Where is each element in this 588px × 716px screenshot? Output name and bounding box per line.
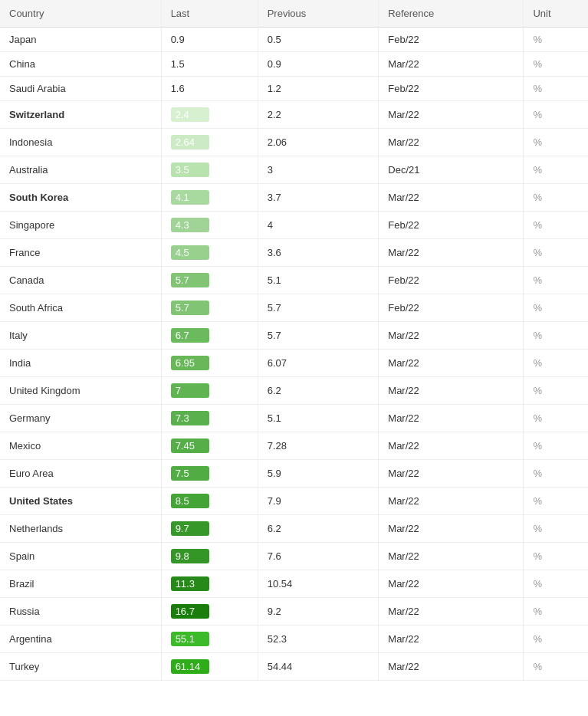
previous-cell: 7.9 <box>258 488 379 515</box>
unit-cell: % <box>524 515 588 543</box>
country-cell: Russia <box>0 598 161 626</box>
country-cell: South Korea <box>0 184 161 212</box>
unit-cell: % <box>524 488 588 515</box>
last-cell: 8.5 <box>161 488 258 515</box>
table-row: Mexico7.457.28Mar/22% <box>0 432 588 460</box>
unit-cell: % <box>524 156 588 184</box>
previous-cell: 5.7 <box>258 294 379 322</box>
country-cell: Indonesia <box>0 129 161 156</box>
last-cell: 4.3 <box>161 212 258 239</box>
unit-cell: % <box>524 350 588 377</box>
table-row: United Kingdom76.2Mar/22% <box>0 377 588 405</box>
last-cell: 0.9 <box>161 28 258 52</box>
last-cell: 1.6 <box>161 77 258 101</box>
previous-cell: 5.7 <box>258 322 379 350</box>
last-cell: 6.95 <box>161 350 258 377</box>
unit-cell: % <box>524 598 588 626</box>
previous-cell: 1.2 <box>258 77 379 101</box>
reference-cell: Mar/22 <box>379 543 524 570</box>
last-cell: 2.4 <box>161 101 258 129</box>
table-row: United States8.57.9Mar/22% <box>0 488 588 515</box>
previous-cell: 5.1 <box>258 267 379 294</box>
country-cell: United States <box>0 488 161 515</box>
last-cell: 55.1 <box>161 626 258 653</box>
last-cell: 9.8 <box>161 543 258 570</box>
country-cell: South Africa <box>0 294 161 322</box>
table-row: South Korea4.13.7Mar/22% <box>0 184 588 212</box>
reference-cell: Mar/22 <box>379 129 524 156</box>
unit-cell: % <box>524 543 588 570</box>
inflation-table: Country Last Previous Reference Unit Jap… <box>0 0 588 681</box>
unit-cell: % <box>524 239 588 267</box>
last-cell: 7.5 <box>161 460 258 488</box>
previous-cell: 3.6 <box>258 239 379 267</box>
previous-cell: 5.1 <box>258 405 379 432</box>
last-cell: 11.3 <box>161 570 258 598</box>
previous-cell: 6.2 <box>258 377 379 405</box>
table-row: Australia3.53Dec/21% <box>0 156 588 184</box>
header-last: Last <box>161 0 258 28</box>
table-row: Singapore4.34Feb/22% <box>0 212 588 239</box>
reference-cell: Feb/22 <box>379 294 524 322</box>
last-cell: 4.5 <box>161 239 258 267</box>
unit-cell: % <box>524 626 588 653</box>
country-cell: China <box>0 52 161 77</box>
unit-cell: % <box>524 129 588 156</box>
unit-cell: % <box>524 267 588 294</box>
reference-cell: Mar/22 <box>379 377 524 405</box>
reference-cell: Feb/22 <box>379 212 524 239</box>
reference-cell: Mar/22 <box>379 598 524 626</box>
table-row: South Africa5.75.7Feb/22% <box>0 294 588 322</box>
previous-cell: 10.54 <box>258 570 379 598</box>
reference-cell: Feb/22 <box>379 28 524 52</box>
unit-cell: % <box>524 101 588 129</box>
country-cell: Switzerland <box>0 101 161 129</box>
country-cell: India <box>0 350 161 377</box>
table-row: Netherlands9.76.2Mar/22% <box>0 515 588 543</box>
table-row: Indonesia2.642.06Mar/22% <box>0 129 588 156</box>
reference-cell: Mar/22 <box>379 653 524 681</box>
unit-cell: % <box>524 570 588 598</box>
reference-cell: Mar/22 <box>379 460 524 488</box>
unit-cell: % <box>524 294 588 322</box>
table-row: China1.50.9Mar/22% <box>0 52 588 77</box>
unit-cell: % <box>524 653 588 681</box>
last-cell: 2.64 <box>161 129 258 156</box>
previous-cell: 4 <box>258 212 379 239</box>
table-row: Saudi Arabia1.61.2Feb/22% <box>0 77 588 101</box>
unit-cell: % <box>524 28 588 52</box>
previous-cell: 3 <box>258 156 379 184</box>
table-header: Country Last Previous Reference Unit <box>0 0 588 28</box>
unit-cell: % <box>524 460 588 488</box>
unit-cell: % <box>524 432 588 460</box>
country-cell: Saudi Arabia <box>0 77 161 101</box>
country-cell: Netherlands <box>0 515 161 543</box>
table-row: Canada5.75.1Feb/22% <box>0 267 588 294</box>
reference-cell: Mar/22 <box>379 350 524 377</box>
last-cell: 5.7 <box>161 267 258 294</box>
previous-cell: 2.2 <box>258 101 379 129</box>
header-unit: Unit <box>524 0 588 28</box>
unit-cell: % <box>524 405 588 432</box>
table-row: Russia16.79.2Mar/22% <box>0 598 588 626</box>
reference-cell: Mar/22 <box>379 488 524 515</box>
last-cell: 61.14 <box>161 653 258 681</box>
last-cell: 9.7 <box>161 515 258 543</box>
table-row: Brazil11.310.54Mar/22% <box>0 570 588 598</box>
country-cell: Australia <box>0 156 161 184</box>
reference-cell: Mar/22 <box>379 322 524 350</box>
country-cell: Japan <box>0 28 161 52</box>
header-country: Country <box>0 0 161 28</box>
table-row: India6.956.07Mar/22% <box>0 350 588 377</box>
reference-cell: Mar/22 <box>379 570 524 598</box>
previous-cell: 9.2 <box>258 598 379 626</box>
unit-cell: % <box>524 52 588 77</box>
previous-cell: 0.5 <box>258 28 379 52</box>
country-cell: Italy <box>0 322 161 350</box>
reference-cell: Feb/22 <box>379 267 524 294</box>
last-cell: 7.3 <box>161 405 258 432</box>
previous-cell: 54.44 <box>258 653 379 681</box>
last-cell: 5.7 <box>161 294 258 322</box>
country-cell: Spain <box>0 543 161 570</box>
unit-cell: % <box>524 322 588 350</box>
